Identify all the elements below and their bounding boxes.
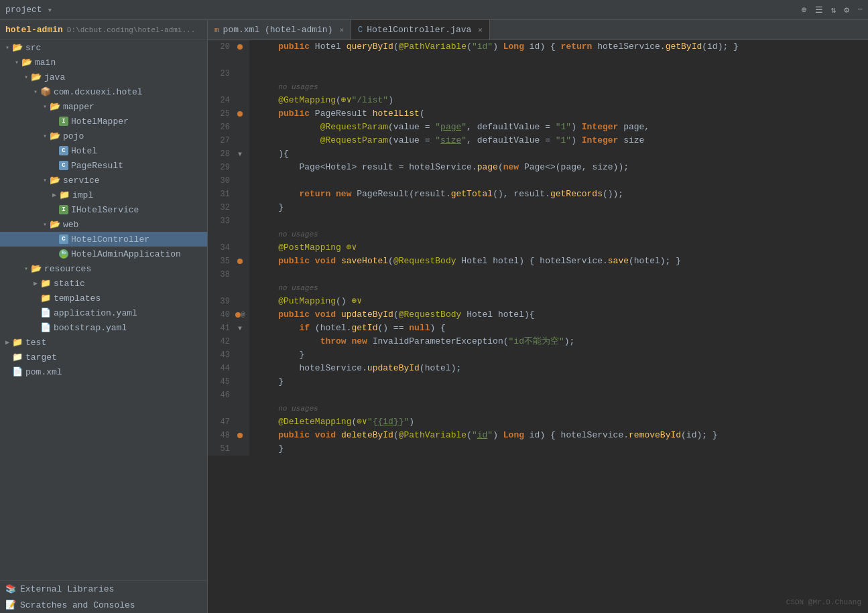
code-line: @RequestParam(value = "size", defaultVal… [249, 134, 868, 147]
sidebar-item-resources[interactable]: ▾📂resources [0, 261, 207, 276]
code-line: } [249, 348, 868, 362]
code-line: no usages [249, 402, 868, 415]
code-line [249, 214, 868, 228]
project-header: hotel-admin D:\dcbut.coding\hotel-admi..… [0, 20, 207, 40]
sidebar-item-ihotelservice[interactable]: IIHotelService [0, 202, 207, 217]
tab-bar: m pom.xml (hotel-admin) ✕ C HotelControl… [208, 20, 868, 40]
folder-icon: 📂 [50, 101, 60, 112]
tab-java-icon: C [358, 25, 363, 35]
class-i-icon: I [59, 117, 68, 126]
sidebar-item-main[interactable]: ▾📂main [0, 55, 207, 70]
gutter-line [208, 54, 249, 67]
code-line: @DeleteMapping(⊕∨"{{id}}") [249, 415, 868, 429]
code-line: public void updateById(@RequestBody Hote… [249, 308, 868, 322]
sidebar-item-external-libraries[interactable]: 📚 External Libraries [0, 581, 207, 597]
sidebar-item-hotel[interactable]: CHotel [0, 143, 207, 158]
tab-java-label: HotelController.java [367, 25, 471, 35]
folder-icon: 📂 [31, 72, 42, 82]
tree-item-label: HotelAdminApplication [71, 249, 181, 259]
tree-item-label: java [44, 72, 65, 82]
sidebar-item-templates[interactable]: 📁templates [0, 291, 207, 305]
top-icon-arrows[interactable]: ⇅ [831, 5, 836, 15]
tab-hotel-controller[interactable]: C HotelController.java ✕ [351, 20, 490, 40]
code-editor-scroll[interactable]: 20232425262728▼29303132333435383940@41▼4… [208, 40, 868, 613]
sidebar-item-scratches-consoles[interactable]: 📝 Scratches and Consoles [0, 597, 207, 613]
sidebar-item-pojo[interactable]: ▾📂pojo [0, 129, 207, 143]
tree-item-label: HotelMapper [71, 117, 129, 127]
sidebar-item-static[interactable]: ▶📁static [0, 276, 207, 291]
tree-item-label: pom.xml [25, 367, 62, 377]
tab-pom-close[interactable]: ✕ [339, 25, 344, 34]
sidebar-item-mapper[interactable]: ▾📂mapper [0, 99, 207, 114]
sidebar-item-web[interactable]: ▾📂web [0, 217, 207, 232]
tree-item-label: resources [44, 264, 91, 274]
gutter-line: 32 [208, 201, 249, 214]
class-c-icon: C [59, 146, 68, 155]
sidebar-item-application-yaml[interactable]: 📄application.yaml [0, 305, 207, 320]
sidebar-item-com-dcxuexi-hotel[interactable]: ▾📦com.dcxuexi.hotel [0, 84, 207, 99]
code-line: if (hotel.getId() == null) { [249, 322, 868, 335]
gutter-line: 46 [208, 389, 249, 402]
sidebar-item-hotelmapper[interactable]: IHotelMapper [0, 114, 207, 129]
top-icon-list[interactable]: ☰ [815, 5, 823, 15]
code-line: @GetMapping(⊕∨"/list") [249, 94, 868, 107]
folder-icon: 📁 [12, 337, 23, 348]
sidebar-item-target[interactable]: 📁target [0, 350, 207, 364]
gutter-at-icon: @ [241, 312, 245, 318]
folder-icon: 📂 [12, 42, 23, 53]
gutter-line: 43 [208, 348, 249, 362]
folder-icon: 📁 [40, 293, 51, 303]
code-line: ){ [249, 147, 868, 161]
folder-icon: 📂 [50, 131, 60, 141]
sidebar-item-service[interactable]: ▾📂service [0, 173, 207, 188]
gutter-line: 25 [208, 107, 249, 121]
sidebar-item-hoteladminapplication[interactable]: 🍃HotelAdminApplication [0, 247, 207, 261]
class-c-icon: C [59, 161, 68, 170]
gutter-breakpoint-dot [237, 433, 243, 438]
folder-icon: 📂 [50, 219, 60, 230]
code-line: public PageResult hotelList( [249, 107, 868, 121]
sidebar-item-java[interactable]: ▾📂java [0, 70, 207, 84]
class-c-icon: C [59, 234, 68, 244]
code-line [249, 174, 868, 188]
folder-icon: 📁 [40, 278, 51, 289]
code-line: public Hotel queryById(@PathVariable("id… [249, 40, 868, 54]
sidebar-item-bootstrap-yaml[interactable]: 📄bootstrap.yaml [0, 320, 207, 335]
yaml-icon: 📄 [40, 322, 51, 333]
code-line [249, 389, 868, 402]
sidebar-item-test[interactable]: ▶📁test [0, 335, 207, 350]
gutter-line: 23 [208, 67, 249, 80]
tree-item-label: service [63, 176, 100, 186]
code-content[interactable]: public Hotel queryById(@PathVariable("id… [249, 40, 868, 456]
code-line: return new PageResult(result.getTotal(),… [249, 188, 868, 201]
sidebar-item-hotelcontroller[interactable]: CHotelController [0, 232, 207, 247]
tree-item-label: impl [72, 190, 93, 200]
sidebar-item-pageresult[interactable]: CPageResult [0, 158, 207, 173]
tab-pom-label: pom.xml (hotel-admin) [223, 25, 333, 35]
code-line: @RequestParam(value = "page", defaultVal… [249, 121, 868, 134]
tree-item-label: Hotel [71, 146, 97, 156]
top-icon-minimize[interactable]: − [857, 5, 863, 15]
gutter-breakpoint-dot [237, 259, 243, 264]
gutter-line: 47 [208, 415, 249, 429]
tree-item-label: web [63, 220, 78, 230]
code-line: @PostMapping ⊕∨ [249, 241, 868, 255]
spring-icon: 🍃 [59, 249, 68, 259]
gutter-line: 39 [208, 295, 249, 308]
project-label[interactable]: project [5, 5, 42, 15]
gutter-breakpoint-dot [235, 312, 241, 318]
sidebar-item-src[interactable]: ▾📂src [0, 40, 207, 55]
sidebar-item-impl[interactable]: ▶📁impl [0, 188, 207, 202]
sidebar-item-pom-xml[interactable]: 📄pom.xml [0, 364, 207, 379]
package-icon: 📦 [40, 86, 51, 97]
folder-icon: 📂 [50, 175, 60, 186]
top-icon-globe[interactable]: ⊕ [802, 5, 807, 15]
xml-icon: 📄 [12, 366, 23, 377]
tab-pom-xml[interactable]: m pom.xml (hotel-admin) ✕ [208, 20, 351, 40]
code-line: @PutMapping() ⊕∨ [249, 295, 868, 308]
tab-pom-icon: m [214, 26, 219, 34]
tab-java-close[interactable]: ✕ [478, 25, 483, 34]
gutter-line: 20 [208, 40, 249, 54]
top-icon-settings[interactable]: ⚙ [844, 5, 849, 15]
gutter-line [208, 281, 249, 295]
